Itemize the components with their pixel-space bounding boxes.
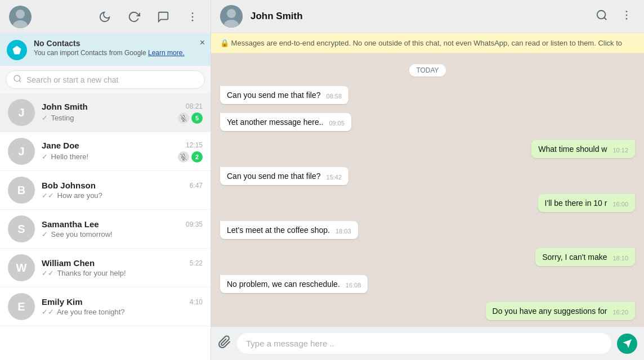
message-time: 08:58 [327, 93, 342, 100]
left-header [0, 0, 211, 33]
contact-avatar: E [8, 293, 35, 320]
chat-bottom: ✓✓ Thanks for your help! [42, 269, 203, 277]
new-chat-icon[interactable] [154, 8, 172, 26]
send-button[interactable] [617, 334, 637, 354]
chat-header-name: John Smith [251, 11, 303, 22]
chat-top: John Smith 08:21 [42, 102, 203, 111]
svg-point-22 [626, 18, 628, 20]
chat-time: 6:47 [190, 182, 203, 190]
chat-time: 12:15 [186, 141, 203, 149]
chat-preview: ✓ Hello there! [42, 152, 88, 161]
attach-button[interactable] [218, 335, 231, 352]
message-row-msg4: Can you send me that file?15:42 [220, 167, 635, 185]
contact-name: John Smith [42, 102, 88, 111]
message-row-msg1: Can you send me that file?08:58 [220, 86, 635, 104]
chat-time: 08:21 [186, 102, 203, 110]
chat-top: Samantha Lee 09:35 [42, 219, 203, 229]
chat-search-icon[interactable] [593, 7, 610, 26]
search-bar [0, 66, 211, 93]
message-bubble: Can you send me that file?15:42 [220, 167, 348, 185]
banner-subtitle: You can import Contacts from Google Lear… [34, 49, 204, 57]
chat-bottom: ✓ Testing 5 [42, 112, 203, 124]
contact-name: Emily Kim [42, 297, 83, 307]
chat-preview: ✓ Testing [42, 114, 74, 122]
chat-bottom: ✓✓ Are you free tonight? [42, 308, 203, 316]
contact-name: William Chen [42, 258, 95, 268]
chat-info: Emily Kim 4:10 ✓✓ Are you free tonight? [42, 297, 203, 316]
chat-preview: ✓ See you tomorrow! [42, 230, 113, 238]
messages-area: TODAY Can you send me that file?08:58Yet… [211, 53, 644, 326]
refresh-icon[interactable] [125, 8, 143, 26]
chat-info: Samantha Lee 09:35 ✓ See you tomorrow! [42, 219, 203, 238]
chat-list: J John Smith 08:21 ✓ Testing 5 J Jane Do… [0, 93, 211, 360]
contact-avatar: J [8, 99, 35, 126]
search-input[interactable] [26, 75, 198, 84]
message-time: 18:03 [336, 228, 351, 235]
chat-time: 5:22 [190, 259, 203, 267]
chat-time: 09:35 [186, 220, 203, 228]
menu-icon[interactable] [184, 8, 202, 26]
chat-top: Bob Johnson 6:47 [42, 181, 203, 190]
svg-marker-6 [13, 46, 21, 55]
right-panel: John Smith 🔒 Messages are end-to-end enc… [211, 0, 644, 360]
close-banner-button[interactable]: × [200, 38, 205, 48]
chat-preview: ✓✓ Thanks for your help! [42, 269, 126, 277]
svg-point-7 [14, 75, 20, 82]
chat-preview: ✓✓ Are you free tonight? [42, 308, 125, 316]
contact-avatar: B [8, 177, 35, 204]
contact-name: Jane Doe [42, 141, 79, 150]
chat-item-emily-kim[interactable]: E Emily Kim 4:10 ✓✓ Are you free tonight… [0, 287, 211, 326]
unread-badge: 5 [191, 112, 203, 124]
chat-badges: 5 [178, 112, 203, 124]
message-bubble: No problem, we can reschedule.16:08 [220, 275, 368, 293]
message-time: 15:42 [327, 174, 342, 181]
message-bubble: Yet another message here..09:05 [220, 113, 351, 131]
moon-icon[interactable] [96, 8, 114, 26]
message-time: 16:00 [612, 201, 628, 208]
encryption-notice: 🔒 Messages are end-to-end encrypted. No … [211, 33, 644, 53]
message-time: 10:12 [612, 147, 628, 154]
unread-badge: 2 [191, 151, 203, 163]
message-time: 09:05 [329, 120, 345, 127]
chat-item-jane-doe[interactable]: J Jane Doe 12:15 ✓ Hello there! 2 [0, 132, 211, 171]
chat-badges: 2 [178, 151, 203, 163]
message-row-msg6: Let's meet at the coffee shop.18:03 [220, 221, 635, 239]
chat-info: John Smith 08:21 ✓ Testing 5 [42, 102, 203, 124]
chat-menu-icon[interactable] [618, 7, 635, 26]
svg-point-20 [626, 11, 628, 12]
chat-info: Jane Doe 12:15 ✓ Hello there! 2 [42, 141, 203, 163]
chat-item-john-smith[interactable]: J John Smith 08:21 ✓ Testing 5 [0, 93, 211, 132]
svg-point-1 [16, 10, 25, 19]
message-bubble: I'll be there in 10 r16:00 [538, 194, 635, 212]
search-inner [6, 70, 205, 89]
learn-more-link[interactable]: Learn more. [148, 49, 185, 57]
svg-point-18 [597, 10, 606, 19]
date-divider: TODAY [220, 65, 635, 75]
contact-name: Bob Johnson [42, 181, 96, 190]
chat-item-bob-johnson[interactable]: B Bob Johnson 6:47 ✓✓ How are you? [0, 171, 211, 210]
message-row-msg8: No problem, we can reschedule.16:08 [220, 275, 635, 293]
chat-top: William Chen 5:22 [42, 258, 203, 268]
message-bubble: Sorry, I can't make18:10 [535, 248, 635, 266]
chat-header: John Smith [211, 0, 644, 33]
encryption-text: 🔒 Messages are end-to-end encrypted. No … [220, 39, 622, 47]
message-row-msg3: What time should w10:12 [220, 140, 635, 158]
message-bubble: Do you have any suggestions for16:20 [486, 302, 635, 320]
svg-line-19 [604, 17, 606, 20]
mute-icon [178, 112, 189, 124]
contact-avatar: J [8, 138, 35, 165]
chat-info: Bob Johnson 6:47 ✓✓ How are you? [42, 181, 203, 200]
message-row-msg7: Sorry, I can't make18:10 [220, 248, 635, 266]
chat-info: William Chen 5:22 ✓✓ Thanks for your hel… [42, 258, 203, 277]
chat-item-william-chen[interactable]: W William Chen 5:22 ✓✓ Thanks for your h… [0, 249, 211, 287]
left-panel: No Contacts You can import Contacts from… [0, 0, 211, 360]
message-bubble: Can you send me that file?08:58 [220, 86, 348, 104]
message-row-msg9: Do you have any suggestions for16:20 [220, 302, 635, 320]
chat-header-avatar[interactable] [220, 5, 243, 28]
input-area [211, 326, 644, 360]
message-input[interactable] [237, 333, 611, 354]
svg-marker-24 [623, 339, 632, 348]
chat-item-samantha-lee[interactable]: S Samantha Lee 09:35 ✓ See you tomorrow! [0, 210, 211, 249]
my-avatar[interactable] [9, 6, 32, 28]
svg-line-8 [19, 80, 21, 82]
